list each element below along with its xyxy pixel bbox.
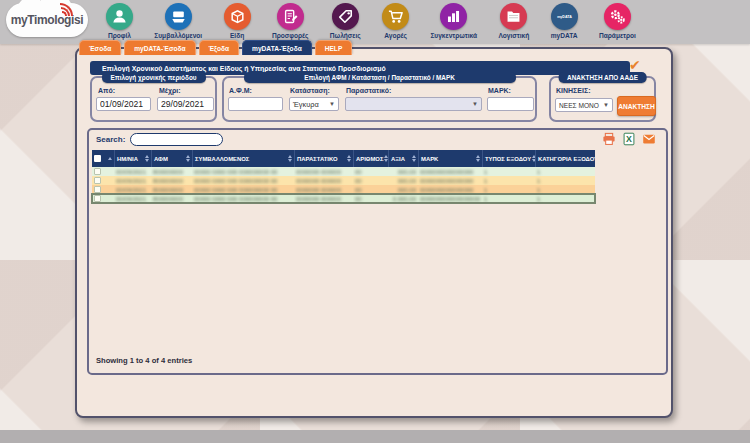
column-header[interactable]: ΣΥΜΒΑΛΛΟΜΕΝΟΣ xyxy=(192,150,294,167)
mydata-icon: myDATA xyxy=(551,3,578,30)
date-to-input[interactable] xyxy=(157,97,214,111)
table-row[interactable]: 00/09/202180000000000000 0000 000 000000… xyxy=(92,194,595,203)
retrieve-button[interactable]: ΑΝΑΚΤΗΣΗ xyxy=(617,96,656,116)
search-input[interactable] xyxy=(130,133,223,146)
topbar-item-items-box[interactable]: Είδη xyxy=(224,3,251,43)
column-label: ΠΑΡΑΣΤΑΤΙΚΟ xyxy=(297,156,338,162)
items-box-icon xyxy=(229,8,246,25)
from-label: Από: xyxy=(98,87,115,94)
excel-export-icon: X xyxy=(622,132,636,146)
status-select[interactable]: Έγκυρα▼ xyxy=(289,97,339,111)
topbar-item-label: Προσφορές xyxy=(272,32,309,39)
accounting-folder-icon xyxy=(500,3,527,30)
topbar: myTimologisi ΠροφίλΣυμβαλλόμενοιΕίδηΠροσ… xyxy=(0,0,750,44)
items-box-icon xyxy=(224,3,251,30)
sort-icons xyxy=(347,155,351,162)
topbar-item-accounting-folder[interactable]: Λογιστική xyxy=(498,3,529,43)
topbar-item-purchases-cart[interactable]: Αγορές xyxy=(382,3,409,43)
tab-έσοδα[interactable]: Έσοδα xyxy=(79,40,121,55)
table-cell: 00/09/2021 xyxy=(114,185,151,194)
column-header[interactable]: ΚΑΤΗΓΟΡΙΑ ΕΞΟΔΟΥ xyxy=(535,150,595,167)
table-cell: 0000000 000000 xyxy=(294,167,353,176)
status-label: Κατάσταση: xyxy=(290,87,330,94)
topbar-item-label: Παράμετροι xyxy=(599,32,636,39)
select-all-checkbox[interactable] xyxy=(92,150,114,167)
table-cell: 800000000 xyxy=(151,194,192,203)
row-checkbox[interactable] xyxy=(92,194,114,203)
afm-input[interactable] xyxy=(228,97,283,111)
topbar-item-mydata[interactable]: myDATAmyDATA xyxy=(551,3,578,43)
table-cell: 1 xyxy=(482,176,535,185)
date-from-input[interactable] xyxy=(96,97,151,111)
accounting-folder-icon xyxy=(505,8,522,25)
table-cell: 1 xyxy=(482,194,535,203)
chevron-down-icon: ▼ xyxy=(329,101,335,107)
tab-mydata-έσοδα[interactable]: myDATA-Έσοδα xyxy=(124,40,195,55)
partners-icon xyxy=(165,3,192,30)
topbar-item-person[interactable]: Προφίλ xyxy=(106,3,133,43)
table-cell: 00/09/2021 xyxy=(114,194,151,203)
table-cell: 00 xyxy=(353,167,388,176)
column-label: ΑΡΙΘΜΟΣ xyxy=(356,156,383,162)
print-button[interactable] xyxy=(602,132,616,146)
column-header[interactable]: ΑΦΜ xyxy=(151,150,192,167)
column-label: ΗΜ/ΝΙΑ xyxy=(117,156,138,162)
topbar-item-partners[interactable]: Συμβαλλόμενοι xyxy=(154,3,202,43)
sort-icons xyxy=(145,155,149,162)
svg-text:X: X xyxy=(626,134,632,144)
topbar-item-label: Πωλήσεις xyxy=(330,32,361,39)
gears-icon xyxy=(609,8,626,25)
email-button[interactable] xyxy=(642,132,656,146)
topbar-item-sales-tag[interactable]: Πωλήσεις xyxy=(330,3,361,43)
row-checkbox[interactable] xyxy=(92,167,114,176)
tab-help[interactable]: HELP xyxy=(315,40,353,55)
sort-icon xyxy=(108,157,112,160)
to-label: Μέχρι: xyxy=(159,87,181,94)
table-toolbar: X xyxy=(602,132,656,146)
excel-export-button[interactable]: X xyxy=(622,132,636,146)
offers-clipboard-icon xyxy=(277,3,304,30)
row-checkbox[interactable] xyxy=(92,185,114,194)
column-label: ΚΑΤΗΓΟΡΙΑ ΕΞΟΔΟΥ xyxy=(538,156,595,162)
topbar-item-reports-chart[interactable]: Συγκεντρωτικά xyxy=(430,3,477,43)
topbar-item-label: Συγκεντρωτικά xyxy=(430,32,477,39)
column-header[interactable]: ΑΡΙΘΜΟΣ xyxy=(353,150,388,167)
check-icon[interactable]: ✔ xyxy=(629,57,641,73)
table-row[interactable]: 00/09/202180000000000000 0000 000 000000… xyxy=(92,167,595,176)
table-row[interactable]: 00/09/202180000000000000 0000 000 000000… xyxy=(92,185,595,194)
table-row[interactable]: 00/09/202180000000000000 0000 000 000000… xyxy=(92,176,595,185)
checkbox-icon xyxy=(94,186,101,193)
document-select[interactable]: ▼ xyxy=(345,97,482,111)
table-cell: 0000000000000000 xyxy=(418,185,482,194)
moves-select[interactable]: ΝΕΕΣ ΜΟΝΟ▼ xyxy=(555,98,613,112)
sales-tag-icon xyxy=(337,8,354,25)
column-header[interactable]: ΠΑΡΑΣΤΑΤΙΚΟ xyxy=(294,150,353,167)
column-header[interactable]: ΗΜ/ΝΙΑ xyxy=(114,150,151,167)
tab-έξοδα[interactable]: Έξοδα xyxy=(199,40,240,55)
sort-icons xyxy=(288,155,292,162)
topbar-item-label: Προφίλ xyxy=(108,32,131,39)
partners-icon xyxy=(170,8,187,25)
mark-label: ΜΑΡΚ: xyxy=(488,87,511,94)
moves-value: ΝΕΕΣ ΜΟΝΟ xyxy=(559,102,599,109)
sort-icons xyxy=(186,155,190,162)
row-checkbox[interactable] xyxy=(92,176,114,185)
purchases-cart-icon xyxy=(387,8,404,25)
tab-mydata-έξοδα[interactable]: myDATA-Έξοδα xyxy=(242,40,312,55)
column-header[interactable]: ΜΑΡΚ xyxy=(418,150,482,167)
mark-input[interactable] xyxy=(487,97,534,111)
topbar-item-gears[interactable]: Παράμετροι xyxy=(599,3,636,43)
sort-icons xyxy=(476,155,480,162)
table-cell: 00/09/2021 xyxy=(114,176,151,185)
column-header[interactable]: ΑΞΙΑ xyxy=(388,150,418,167)
afm-group-title: Επιλογή ΑΦΜ / Κατάσταση / Παραστατικό / … xyxy=(244,72,516,83)
table-cell: 1 xyxy=(535,167,595,176)
table-cell: 0000000 000000 xyxy=(294,194,353,203)
app-logo[interactable]: myTimologisi xyxy=(6,3,88,37)
column-label: ΑΦΜ xyxy=(154,156,168,162)
table-cell: 00000 0000 000 000000000 00 xyxy=(192,176,294,185)
table-cell: 1 xyxy=(482,167,535,176)
table-cell: 00 xyxy=(353,194,388,203)
topbar-item-offers-clipboard[interactable]: Προσφορές xyxy=(272,3,309,43)
column-header[interactable]: ΤΥΠΟΣ ΕΞΟΔΟΥ xyxy=(482,150,535,167)
